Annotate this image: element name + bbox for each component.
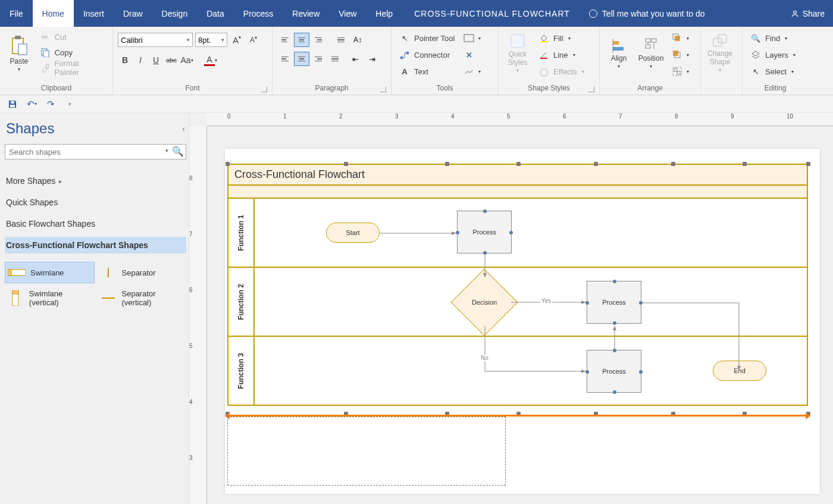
connector-tool-button[interactable]: Connector: [396, 47, 457, 62]
search-icon: 🔍: [750, 32, 762, 44]
send-back-button[interactable]: ▾: [669, 47, 691, 62]
decrease-indent-button[interactable]: ⇤: [347, 52, 363, 66]
tab-insert[interactable]: Insert: [74, 0, 114, 27]
basic-flowchart-link[interactable]: Basic Flowchart Shapes: [5, 215, 186, 232]
position-button[interactable]: Position▾: [637, 29, 665, 77]
shape-styles-launcher[interactable]: [588, 86, 594, 92]
position-icon: [643, 37, 659, 53]
rectangle-tool-button[interactable]: ▾: [461, 30, 483, 46]
lane-3[interactable]: Function 3 Process End No: [228, 337, 807, 405]
stencil-swimlane[interactable]: Swimlane: [5, 262, 95, 283]
shape-start[interactable]: Start: [326, 223, 380, 243]
bullets-button[interactable]: [333, 33, 349, 47]
underline-button[interactable]: U: [149, 53, 163, 67]
search-shapes-input[interactable]: [5, 144, 186, 159]
lane-2-header[interactable]: Function 2: [228, 268, 255, 336]
tab-review[interactable]: Review: [283, 0, 329, 27]
cut-button[interactable]: ✂Cut: [37, 29, 108, 45]
swimlane-container[interactable]: Cross-Functional Flowchart Function 1 St…: [227, 164, 808, 406]
ruler-vertical: 8 7 6 5 4 3: [189, 126, 207, 504]
align-left[interactable]: [277, 52, 293, 66]
copy-button[interactable]: Copy: [37, 45, 108, 60]
change-case-button[interactable]: Aa▾: [180, 53, 194, 67]
font-launcher[interactable]: [261, 86, 267, 92]
svg-rect-21: [675, 36, 680, 41]
align-top-left[interactable]: [277, 33, 293, 47]
decrease-font-button[interactable]: A▾: [246, 33, 261, 47]
share-button[interactable]: Share: [782, 0, 833, 27]
shape-end[interactable]: End: [713, 361, 766, 381]
find-button[interactable]: 🔍Find▾: [747, 30, 798, 46]
paste-button[interactable]: Paste ▾: [5, 29, 33, 77]
drawing-page[interactable]: Cross-Functional Flowchart Function 1 St…: [225, 149, 820, 494]
swimlane-title[interactable]: Cross-Functional Flowchart: [228, 165, 807, 186]
effects-button[interactable]: ◯Effects▾: [536, 64, 587, 79]
font-color-button[interactable]: A▾: [203, 53, 218, 67]
text-tool-button[interactable]: AText: [396, 64, 457, 79]
line-button[interactable]: Line▾: [536, 47, 587, 62]
redo-button[interactable]: ↷: [44, 98, 57, 111]
line-tool-button[interactable]: ▾: [461, 64, 483, 79]
align-top-center[interactable]: [294, 33, 309, 47]
tab-view[interactable]: View: [329, 0, 366, 27]
increase-indent-button[interactable]: ⇥: [364, 52, 380, 66]
pointer-tool-button[interactable]: ↖Pointer Tool: [396, 30, 457, 46]
font-size-combo[interactable]: 8pt.▾: [195, 33, 227, 47]
text-direction-button[interactable]: A↕: [350, 33, 365, 47]
layers-icon: [750, 49, 762, 61]
align-top-right[interactable]: [311, 33, 326, 47]
change-shape-button[interactable]: Change Shape▾: [706, 29, 734, 77]
font-name-combo[interactable]: Calibri▾: [118, 33, 193, 47]
search-icon[interactable]: 🔍: [172, 146, 184, 157]
lane-3-header[interactable]: Function 3: [228, 337, 255, 405]
shape-process-2[interactable]: Process: [587, 281, 641, 324]
quick-shapes-link[interactable]: Quick Shapes: [5, 194, 186, 211]
lane-2[interactable]: Function 2 Decision Process Yes: [228, 268, 807, 337]
lane-1[interactable]: Function 1 Start Process: [228, 199, 807, 268]
tab-design[interactable]: Design: [152, 0, 198, 27]
rectangle-icon: [463, 32, 475, 44]
tab-help[interactable]: Help: [366, 0, 402, 27]
shape-decision[interactable]: Decision: [450, 268, 518, 336]
phase-bar[interactable]: [228, 186, 807, 199]
lane-1-header[interactable]: Function 1: [228, 199, 255, 267]
fill-button[interactable]: Fill▾: [536, 30, 587, 46]
align-justify[interactable]: [327, 52, 343, 66]
stencil-swimlane-vertical[interactable]: Swimlane (vertical): [5, 286, 95, 311]
tab-process[interactable]: Process: [234, 0, 283, 27]
collapse-pane-button[interactable]: ‹: [182, 124, 185, 133]
strike-button[interactable]: abc: [164, 53, 178, 67]
canvas[interactable]: 0 1 2 3 4 5 6 7 8 9 10 8 7 6 5 4 3 Cross…: [189, 113, 833, 504]
cross-functional-link[interactable]: Cross-Functional Flowchart Shapes: [5, 237, 186, 253]
undo-button[interactable]: ↶▾: [25, 98, 38, 111]
qat-customize[interactable]: ▾: [63, 98, 76, 111]
tab-file[interactable]: File: [0, 0, 33, 27]
bold-button[interactable]: B: [118, 53, 132, 67]
align-center[interactable]: [294, 52, 309, 66]
italic-button[interactable]: I: [133, 53, 148, 67]
increase-font-button[interactable]: A▴: [230, 33, 244, 47]
tab-data[interactable]: Data: [197, 0, 234, 27]
tab-home[interactable]: Home: [33, 0, 74, 27]
select-button[interactable]: ↖Select▾: [747, 64, 798, 79]
tab-draw[interactable]: Draw: [114, 0, 152, 27]
tell-me-search[interactable]: Tell me what you want to do: [582, 0, 712, 27]
stencil-separator-vertical[interactable]: Separator (vertical): [97, 286, 187, 311]
quick-styles-button[interactable]: Quick Styles▾: [503, 29, 532, 77]
stencil-separator[interactable]: Separator: [97, 262, 187, 283]
group-button[interactable]: ▾: [669, 64, 691, 79]
pen-icon: [538, 49, 550, 61]
align-button[interactable]: Align▾: [605, 29, 633, 77]
save-button[interactable]: [6, 98, 19, 111]
search-dropdown[interactable]: ▾: [165, 148, 168, 154]
align-right[interactable]: [311, 52, 326, 66]
bring-front-button[interactable]: ▾: [669, 30, 691, 46]
format-painter-button[interactable]: Format Painter: [37, 60, 108, 76]
layers-button[interactable]: Layers▾: [747, 47, 798, 62]
shape-process-3[interactable]: Process: [587, 350, 641, 393]
shape-process-1[interactable]: Process: [457, 211, 512, 253]
more-shapes-link[interactable]: More Shapes▸: [5, 173, 186, 189]
group-label-font: Font: [118, 83, 267, 93]
connection-point-button[interactable]: ✕: [461, 47, 483, 62]
paragraph-launcher[interactable]: [380, 86, 386, 92]
